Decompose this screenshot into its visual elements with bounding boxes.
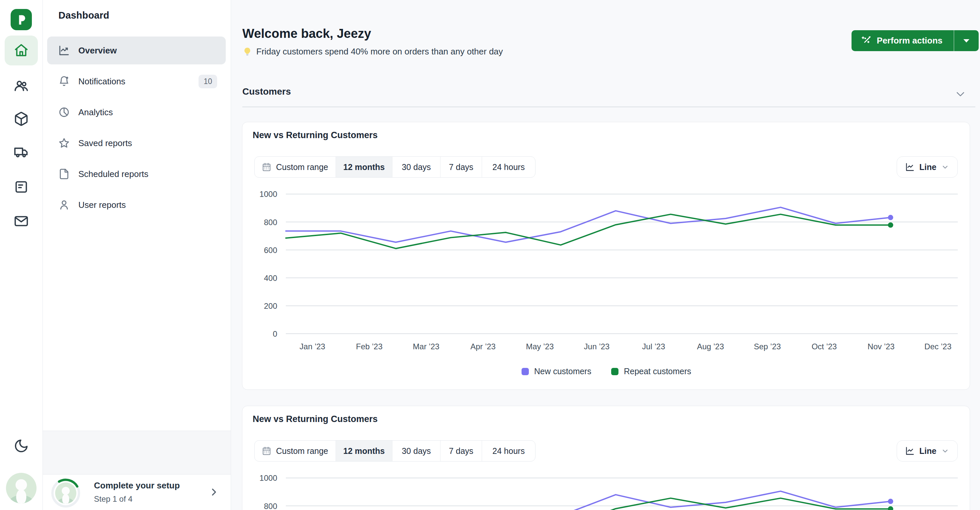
svg-text:600: 600 <box>264 246 277 255</box>
setup-avatar <box>55 483 76 504</box>
tab-7-days[interactable]: 7 days <box>441 157 482 177</box>
moon-icon <box>14 438 29 454</box>
tab-label: 24 hours <box>492 163 525 172</box>
svg-text:800: 800 <box>264 218 277 227</box>
line-chart-icon <box>905 446 915 456</box>
svg-text:Aug ’23: Aug ’23 <box>697 342 724 351</box>
chevron-down-icon <box>941 447 949 455</box>
chart-card-new-vs-returning-1: New vs Returning Customers Custom range … <box>242 122 970 390</box>
perform-actions-menu-button[interactable] <box>954 30 979 51</box>
rail-mail-button[interactable] <box>5 206 38 236</box>
legend-item-repeat-customers: Repeat customers <box>611 367 691 376</box>
svg-text:0: 0 <box>273 329 277 338</box>
legend-label: Repeat customers <box>624 367 691 376</box>
page-greeting: Welcome back, Jeezy <box>242 27 371 41</box>
card-title: New vs Returning Customers <box>253 130 378 140</box>
avatar-image <box>55 483 76 504</box>
sidebar: Dashboard Overview Notifications 10 Anal… <box>43 0 231 510</box>
sidebar-item-saved-reports[interactable]: Saved reports <box>47 129 226 157</box>
logo-p-icon <box>14 13 28 26</box>
tab-custom-range[interactable]: Custom range <box>255 441 336 461</box>
wand-sparkles-icon <box>861 35 872 46</box>
tab-24-hours[interactable]: 24 hours <box>482 441 535 461</box>
chevron-down-icon <box>941 163 949 171</box>
sidebar-item-user-reports[interactable]: User reports <box>47 191 226 219</box>
tab-label: Custom range <box>276 163 328 172</box>
svg-text:1000: 1000 <box>259 473 277 483</box>
avatar-image <box>6 473 37 504</box>
notes-icon <box>14 179 29 194</box>
rail-shipping-button[interactable] <box>5 137 38 167</box>
line-chart: 02004006008001000Jan ’23Feb ’23Mar ’23Ap… <box>242 468 970 510</box>
svg-text:1000: 1000 <box>259 190 277 199</box>
app-logo <box>11 9 32 30</box>
tab-label: 12 months <box>343 163 385 172</box>
perform-actions-label: Perform actions <box>877 35 942 46</box>
chart-type-label: Line <box>919 446 936 456</box>
chart-legend: New customers Repeat customers <box>242 367 970 376</box>
sidebar-item-scheduled-reports[interactable]: Scheduled reports <box>47 160 226 188</box>
chart-type-dropdown[interactable]: Line <box>897 440 958 462</box>
time-range-tabs: Custom range 12 months 30 days 7 days 24… <box>254 440 536 462</box>
users-icon <box>14 78 29 94</box>
section-collapse-chevron[interactable] <box>955 88 966 100</box>
setup-progress-panel[interactable]: Complete your setup Step 1 of 4 <box>43 474 231 510</box>
rail-home-button[interactable] <box>5 35 38 65</box>
legend-item-new-customers: New customers <box>522 367 591 376</box>
svg-text:800: 800 <box>264 502 277 510</box>
daily-tip-text: Friday customers spend 40% more on order… <box>256 46 503 57</box>
svg-text:May ’23: May ’23 <box>526 342 554 351</box>
tab-30-days[interactable]: 30 days <box>392 157 441 177</box>
time-range-tabs: Custom range 12 months 30 days 7 days 24… <box>254 156 536 178</box>
tab-label: 12 months <box>343 446 385 456</box>
tab-12-months[interactable]: 12 months <box>336 157 392 177</box>
truck-icon <box>14 144 29 160</box>
svg-text:Sep ’23: Sep ’23 <box>754 342 781 351</box>
tab-30-days[interactable]: 30 days <box>392 441 441 461</box>
pie-chart-icon <box>59 107 70 118</box>
tab-custom-range[interactable]: Custom range <box>255 157 336 177</box>
daily-tip: Friday customers spend 40% more on order… <box>242 46 503 57</box>
file-icon <box>59 168 70 180</box>
rail-products-button[interactable] <box>5 104 38 134</box>
home-icon <box>14 43 29 58</box>
tab-label: Custom range <box>276 446 328 456</box>
svg-text:400: 400 <box>264 274 277 282</box>
setup-step: Step 1 of 4 <box>94 494 132 504</box>
svg-text:Nov ’23: Nov ’23 <box>867 342 894 351</box>
perform-actions-split-button: Perform actions <box>851 30 979 51</box>
mail-icon <box>14 214 29 229</box>
sidebar-item-analytics[interactable]: Analytics <box>47 98 226 126</box>
sidebar-item-overview[interactable]: Overview <box>47 37 226 64</box>
chart-type-label: Line <box>919 163 936 172</box>
sidebar-menu-panel: Dashboard Overview Notifications 10 Anal… <box>43 0 231 431</box>
svg-text:Dec ’23: Dec ’23 <box>924 342 951 351</box>
chevron-right-icon[interactable] <box>209 487 219 497</box>
rail-notes-button[interactable] <box>5 172 38 202</box>
sidebar-item-label: Notifications <box>78 76 126 87</box>
legend-label: New customers <box>534 367 591 376</box>
sidebar-item-notifications[interactable]: Notifications 10 <box>47 67 226 95</box>
chevron-down-icon <box>955 88 966 100</box>
dark-mode-toggle[interactable] <box>14 438 29 454</box>
sidebar-item-label: User reports <box>78 200 126 210</box>
tab-7-days[interactable]: 7 days <box>441 441 482 461</box>
user-avatar[interactable] <box>6 473 37 504</box>
sidebar-item-label: Saved reports <box>78 138 132 148</box>
chart-type-dropdown[interactable]: Line <box>897 156 958 178</box>
rail-customers-button[interactable] <box>5 71 38 101</box>
perform-actions-button[interactable]: Perform actions <box>851 30 954 51</box>
setup-progress-ring <box>50 477 82 509</box>
tab-12-months[interactable]: 12 months <box>336 441 392 461</box>
card-title: New vs Returning Customers <box>253 414 378 424</box>
svg-text:Apr ’23: Apr ’23 <box>471 342 496 351</box>
calendar-icon <box>262 446 271 456</box>
icon-rail <box>0 0 43 510</box>
sidebar-item-label: Overview <box>78 46 117 56</box>
sidebar-item-label: Scheduled reports <box>78 169 148 179</box>
tab-24-hours[interactable]: 24 hours <box>482 157 535 177</box>
tab-label: 7 days <box>449 163 473 172</box>
sidebar-item-label: Analytics <box>78 107 113 118</box>
svg-text:200: 200 <box>264 301 277 311</box>
lightbulb-icon <box>242 47 252 57</box>
